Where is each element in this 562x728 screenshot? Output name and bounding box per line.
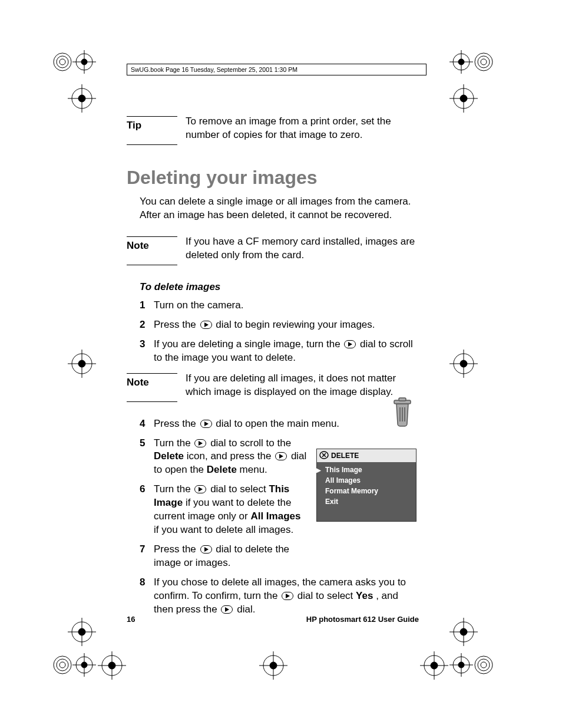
crop-mark-icon	[449, 84, 478, 113]
lcd-menu-item: Exit	[319, 496, 416, 507]
lcd-menu-item: This Image	[319, 465, 416, 475]
play-dial-icon	[282, 592, 293, 600]
note-block: Note If you have a CF memory card instal…	[127, 235, 419, 268]
step-text: Press the dial to delete the image or im…	[154, 543, 419, 570]
tip-label: Tip	[127, 119, 186, 133]
step-2: 2 Press the dial to begin reviewing your…	[140, 318, 419, 332]
lcd-header: DELETE	[317, 449, 416, 462]
svg-point-54	[481, 59, 487, 65]
step-text: Turn on the camera.	[154, 299, 419, 312]
crop-mark-icon	[449, 618, 478, 646]
note-block: Note If you are deleting all images, it …	[127, 372, 419, 404]
play-dial-icon	[200, 545, 212, 554]
step-text: If you are deleting a single image, turn…	[154, 338, 419, 365]
crop-mark-icon	[68, 618, 96, 646]
step-text: If you chose to delete all images, the c…	[154, 576, 419, 617]
steps-list: 1 Turn on the camera. 2 Press the dial t…	[140, 299, 419, 365]
header-text: SwUG.book Page 16 Tuesday, September 25,…	[131, 65, 297, 74]
svg-point-59	[57, 56, 68, 68]
rosette-icon	[474, 655, 494, 675]
play-dial-icon	[200, 420, 212, 428]
page-header: SwUG.book Page 16 Tuesday, September 25,…	[127, 64, 427, 75]
crop-mark-icon	[420, 651, 448, 680]
play-dial-icon	[200, 321, 212, 329]
step-4: 4 Press the dial to open the main menu.	[140, 417, 419, 431]
step-text: Press the dial to begin reviewing your i…	[154, 318, 419, 332]
page-footer: 16 HP photosmart 612 User Guide	[127, 614, 419, 625]
selection-pointer-icon: ▶	[316, 466, 321, 475]
lcd-menu-item: All Images	[319, 475, 416, 486]
play-dial-icon	[344, 340, 356, 348]
page-container: SwUG.book Page 16 Tuesday, September 25,…	[0, 0, 562, 728]
rosette-icon	[52, 52, 72, 72]
svg-point-57	[481, 662, 487, 668]
step-text: Press the dial to open the main menu.	[154, 417, 419, 431]
camera-lcd-delete-menu: DELETE ▶ This Image All Images Format Me…	[316, 449, 416, 522]
delete-trash-icon	[388, 397, 416, 432]
svg-point-62	[57, 659, 68, 671]
tip-body: To remove an image from a print order, s…	[186, 115, 419, 147]
crop-mark-icon	[449, 350, 478, 378]
crop-mark-icon	[72, 653, 96, 677]
step-8: 8 If you chose to delete all images, the…	[140, 576, 419, 617]
step-3: 3 If you are deleting a single image, tu…	[140, 338, 419, 365]
crop-mark-icon	[449, 653, 473, 677]
lcd-menu-item: Format Memory	[319, 486, 416, 496]
procedure-heading: To delete images	[140, 281, 419, 294]
crop-mark-icon	[68, 84, 96, 113]
crop-mark-icon	[72, 50, 96, 74]
page-number: 16	[127, 614, 135, 625]
svg-rect-69	[399, 398, 406, 401]
footer-title: HP photosmart 612 User Guide	[306, 614, 419, 625]
rosette-icon	[474, 52, 494, 72]
section-heading: Deleting your images	[127, 165, 419, 190]
note-label: Note	[127, 239, 186, 253]
note-body: If you have a CF memory card installed, …	[186, 235, 419, 268]
svg-point-60	[59, 59, 65, 65]
play-dial-icon	[275, 452, 287, 460]
svg-point-53	[478, 56, 490, 68]
step-7: 7 Press the dial to delete the image or …	[140, 543, 419, 570]
svg-point-63	[59, 662, 65, 668]
crop-mark-icon	[259, 651, 287, 680]
step-1: 1 Turn on the camera.	[140, 299, 419, 312]
note-label: Note	[127, 376, 186, 390]
crop-mark-icon	[449, 50, 473, 74]
tip-block: Tip To remove an image from a print orde…	[127, 115, 419, 147]
crop-mark-icon	[98, 651, 126, 680]
note-body: If you are deleting all images, it does …	[186, 372, 419, 404]
play-dial-icon	[194, 485, 206, 493]
trash-icon	[319, 450, 329, 462]
intro-text: You can delete a single image or all ima…	[140, 195, 419, 222]
play-dial-icon	[194, 439, 206, 447]
rosette-icon	[52, 655, 72, 675]
svg-point-56	[478, 659, 490, 671]
crop-mark-icon	[68, 350, 96, 378]
play-dial-icon	[221, 605, 233, 614]
